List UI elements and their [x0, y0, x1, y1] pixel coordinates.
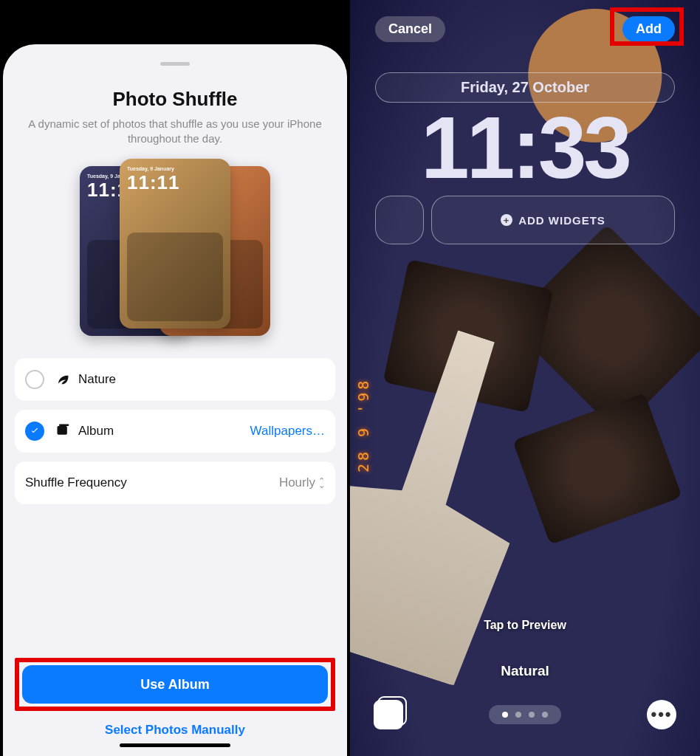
widget-slot-small[interactable]: [375, 196, 424, 244]
sheet-grabber[interactable]: [160, 62, 190, 66]
leaf-icon: [55, 371, 71, 389]
album-icon: [55, 422, 71, 441]
option-row-album[interactable]: Album Wallpapers…: [15, 410, 335, 453]
lockscreen-editor-screen: 28 9 '98 Cancel Add Friday, 27 October 1…: [350, 0, 700, 756]
annotation-highlight: [610, 7, 684, 46]
shuffle-frequency-row[interactable]: Shuffle Frequency Hourly ⌃⌄: [15, 461, 335, 504]
time-widget[interactable]: 11:33: [375, 104, 675, 191]
photo-picker-button[interactable]: [374, 700, 403, 729]
option-row-nature[interactable]: Nature: [15, 358, 335, 401]
options-list: Nature Album Wallpapers… Shuffle Frequen…: [15, 358, 335, 504]
photo-preview-stack: Tuesday, 9 Jan 11:11 Tuesday, 9 Jan 11:1…: [80, 159, 270, 340]
annotation-highlight: Use Album: [15, 658, 335, 711]
date-widget[interactable]: Friday, 27 October: [375, 72, 675, 103]
sheet-footer: Use Album Select Photos Manually: [15, 658, 335, 756]
svg-rect-1: [59, 424, 69, 426]
tap-to-preview-hint[interactable]: Tap to Preview: [350, 619, 700, 632]
radio-checked-icon: [25, 422, 44, 441]
pager-dot: [529, 712, 535, 718]
preview-card: Tuesday, 9 January 11:11: [120, 159, 230, 329]
cancel-button[interactable]: Cancel: [375, 16, 445, 42]
pager-dot: [502, 712, 508, 718]
use-album-button[interactable]: Use Album: [22, 665, 328, 704]
sheet-subtitle: A dynamic set of photos that shuffle as …: [3, 117, 347, 145]
select-photos-manually-link[interactable]: Select Photos Manually: [15, 723, 335, 738]
filter-style-label: Natural: [350, 663, 700, 679]
album-picker-link[interactable]: Wallpapers…: [250, 424, 325, 439]
wallpaper-art: [512, 393, 682, 545]
option-label: Album: [78, 424, 250, 439]
film-date-overlay: 28 9 '98: [354, 378, 372, 472]
ellipsis-icon: •••: [651, 705, 672, 724]
add-widgets-button[interactable]: + ADD WIDGETS: [431, 196, 675, 244]
shuffle-frequency-value: Hourly ⌃⌄: [279, 475, 325, 490]
modal-sheet: Photo Shuffle A dynamic set of photos th…: [3, 44, 347, 756]
home-indicator[interactable]: [120, 743, 230, 747]
editor-bottom-bar: •••: [374, 700, 676, 729]
lockscreen-clock-area: Friday, 27 October 11:33 + ADD WIDGETS: [375, 72, 675, 244]
photo-shuffle-sheet-screen: Photo Shuffle A dynamic set of photos th…: [0, 0, 350, 756]
svg-rect-0: [58, 426, 67, 435]
radio-unchecked-icon: [25, 370, 44, 389]
more-options-button[interactable]: •••: [647, 700, 676, 729]
row-label: Shuffle Frequency: [25, 475, 279, 490]
plus-icon: +: [501, 214, 512, 226]
style-pager[interactable]: [489, 705, 561, 724]
stepper-icon: ⌃⌄: [318, 478, 325, 487]
pager-dot: [515, 712, 521, 718]
sheet-title: Photo Shuffle: [3, 88, 347, 111]
add-widgets-label: ADD WIDGETS: [518, 214, 605, 227]
pager-dot: [542, 712, 548, 718]
option-label: Nature: [78, 372, 325, 387]
